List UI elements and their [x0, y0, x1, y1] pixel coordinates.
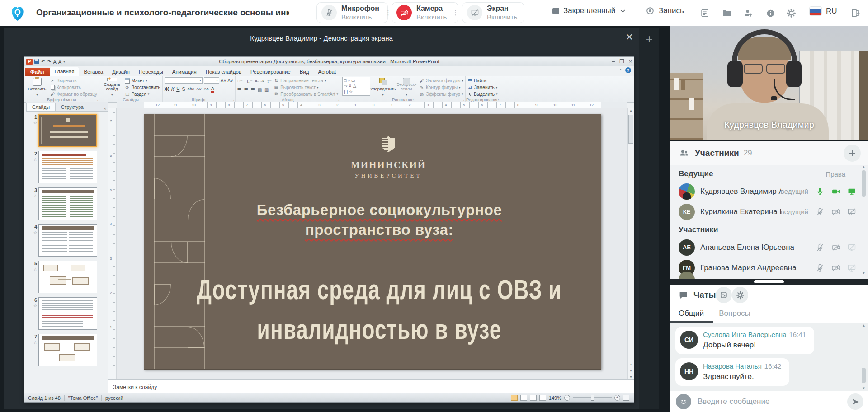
scrollbar-thumb[interactable] — [628, 115, 633, 144]
shapes-gallery[interactable]: □ ○ ▭ ⇨ ⇩ △ { } ☆ — [342, 77, 370, 96]
scrollbar-thumb[interactable] — [862, 368, 866, 383]
zoom-slider[interactable] — [573, 397, 612, 398]
next-slide-icon[interactable]: ▼ — [628, 369, 634, 372]
tab-slides[interactable]: Слайды — [26, 103, 56, 111]
mic-off-icon[interactable] — [816, 207, 825, 216]
underline-button[interactable]: Ч — [176, 86, 179, 92]
slide-thumbnail[interactable]: 2☆ — [27, 151, 107, 184]
ppt-close-button[interactable]: × — [629, 58, 632, 65]
slide-thumbnail[interactable]: 1☆ — [27, 114, 107, 148]
tab-slideshow[interactable]: Показ слайдов — [201, 68, 246, 76]
align-right-icon[interactable]: ☰ — [251, 87, 255, 92]
shape-fill-button[interactable]: 🖌Заливка фигуры▾ — [419, 78, 463, 84]
camera-off-icon[interactable] — [831, 243, 840, 252]
close-pane-icon[interactable]: × — [104, 106, 106, 111]
slide-thumbnail[interactable]: 3☆ — [27, 187, 107, 221]
reset-button[interactable]: ⟳Восстановить — [125, 84, 160, 91]
tab-animation[interactable]: Анимация — [168, 68, 201, 76]
mic-off-icon[interactable] — [816, 263, 825, 272]
zoom-out-button[interactable]: − — [564, 395, 570, 401]
justify-icon[interactable]: ▤ — [258, 87, 262, 92]
camera-toggle-button[interactable]: КамераВключить ⋮ — [392, 2, 458, 23]
slide-thumbnail[interactable]: 6☆ — [27, 297, 107, 331]
text-direction-button[interactable]: ⇅Направление текста▾ — [274, 78, 338, 84]
files-button[interactable] — [721, 7, 733, 19]
add-participant-button[interactable] — [844, 145, 861, 162]
close-screenshare-button[interactable]: × — [626, 31, 633, 43]
notes-field[interactable]: Заметки к слайду — [108, 379, 634, 393]
fit-to-window-button[interactable] — [623, 395, 629, 401]
slideshow-button[interactable] — [539, 395, 546, 401]
mic-on-icon[interactable] — [816, 187, 825, 196]
tab-insert[interactable]: Вставка — [79, 68, 108, 76]
dialog-launcher-icon[interactable]: ⌟ — [232, 98, 234, 102]
slide-sorter-button[interactable] — [520, 395, 527, 401]
quick-styles-button[interactable]: Экспресс-стили ▾ — [396, 77, 417, 97]
record-button[interactable]: Запись — [646, 6, 684, 15]
collapse-ribbon-icon[interactable]: ^ — [620, 68, 622, 73]
align-left-icon[interactable]: ☰ — [237, 87, 241, 92]
reading-view-button[interactable] — [530, 395, 537, 401]
previous-slide-icon[interactable]: ▲ — [628, 363, 634, 366]
tab-design[interactable]: Дизайн — [108, 68, 134, 76]
normal-view-button[interactable] — [511, 395, 518, 401]
tab-outline[interactable]: Структура — [56, 103, 89, 111]
chat-scrollbar[interactable]: ▲ ▼ — [862, 324, 866, 389]
change-case-button[interactable]: Aa — [204, 87, 209, 91]
font-color-button[interactable]: А — [211, 86, 214, 93]
mic-off-icon[interactable] — [816, 243, 825, 252]
tab-acrobat[interactable]: Acrobat — [314, 68, 341, 76]
replace-button[interactable]: ⇄Заменить▾ — [467, 84, 498, 91]
columns-icon[interactable]: ▥ — [264, 87, 269, 92]
tab-transitions[interactable]: Переходы — [134, 68, 168, 76]
font-shrink-button[interactable]: A˅ — [227, 77, 233, 84]
participant-row[interactable]: ГМ Гранова Мария Андреевна — [670, 258, 868, 278]
ppt-restore-button[interactable]: ❒ — [619, 58, 624, 65]
scroll-up-icon[interactable]: ▲ — [862, 323, 866, 328]
emoji-button[interactable] — [676, 394, 691, 409]
italic-button[interactable]: К — [171, 86, 174, 92]
screen-off-icon[interactable] — [847, 207, 856, 216]
bullets-icon[interactable]: ∷≡ — [237, 79, 243, 84]
notes-button[interactable] — [698, 7, 711, 19]
scroll-down-icon[interactable]: ▼ — [862, 271, 866, 275]
chat-settings-button[interactable] — [732, 287, 748, 303]
participants-scrollbar[interactable]: ▲ ▼ — [862, 169, 866, 272]
find-button[interactable]: Найти — [467, 78, 498, 84]
align-text-button[interactable]: ▦Выровнять текст▾ — [274, 84, 338, 91]
info-button[interactable] — [764, 7, 777, 19]
camera-off-icon[interactable] — [831, 263, 840, 272]
chat-message[interactable]: СИ Суслова Инга Валерьевна16:41 Добрый в… — [675, 327, 814, 354]
webcam-video[interactable]: Кудрявцев Владимир — [670, 26, 868, 140]
leave-button[interactable] — [849, 7, 862, 19]
section-button[interactable]: ▤Раздел▾ — [125, 91, 160, 97]
tab-review[interactable]: Рецензирование — [246, 68, 295, 76]
font-grow-button[interactable]: A˄ — [221, 77, 226, 84]
resize-grip[interactable] — [754, 280, 784, 283]
scroll-up-icon[interactable]: ▲ — [628, 109, 634, 112]
screen-share-button[interactable]: ЭкранВключить — [462, 2, 524, 23]
scrollbar-thumb[interactable] — [862, 170, 866, 197]
settings-button[interactable] — [785, 7, 797, 19]
language-select[interactable]: RU — [809, 6, 837, 16]
char-spacing-button[interactable]: AV — [196, 87, 201, 91]
tab-file[interactable]: Файл — [25, 68, 50, 76]
smartart-button[interactable]: ⧉Преобразовать в SmartArt▾ — [274, 91, 338, 97]
zoom-in-button[interactable]: + — [614, 395, 620, 401]
line-spacing-icon[interactable]: ↕≡ — [267, 79, 272, 84]
send-button[interactable] — [847, 393, 863, 410]
slide-thumbnail[interactable]: 5☆ — [27, 261, 107, 294]
help-icon[interactable]: ? — [625, 67, 631, 73]
mic-toggle-button[interactable]: МикрофонВключить ⋮ — [316, 2, 388, 23]
participant-row[interactable]: Кудрявцев Владимир Ал... ведущий — [670, 181, 868, 201]
camera-off-icon[interactable] — [831, 207, 840, 216]
new-slide-button[interactable]: Создать слайд ▾ — [101, 77, 123, 97]
layout-select[interactable]: Закрепленный — [552, 6, 626, 15]
chat-message[interactable]: НН Назарова Наталья16:42 Здравствуйте. — [675, 358, 789, 386]
tab-home[interactable]: Главная — [50, 67, 80, 76]
dialog-launcher-icon[interactable]: ⌟ — [338, 98, 339, 102]
shape-effects-button[interactable]: ◍Эффекты фигур▾ — [419, 91, 463, 97]
font-size-select[interactable]: ▾ — [204, 77, 219, 84]
strikethrough-button[interactable]: abc — [188, 87, 194, 91]
screen-off-icon[interactable] — [847, 243, 856, 252]
